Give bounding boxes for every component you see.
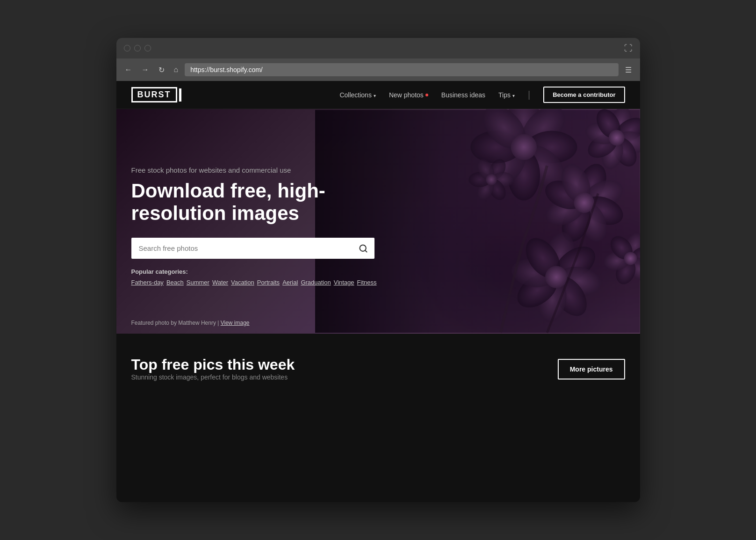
nav-link-tips[interactable]: Tips [498, 91, 515, 99]
nav-item-new-photos[interactable]: New photos [389, 91, 428, 99]
hero-credit: Featured photo by Matthew Henry | View i… [131, 320, 250, 326]
forward-button[interactable]: → [139, 64, 152, 76]
browser-toolbar: ← → ↻ ⌂ ☰ [116, 58, 640, 81]
nav-item-contributor[interactable]: Become a contributor [543, 87, 625, 103]
nav-item-business-ideas[interactable]: Business ideas [441, 91, 485, 99]
search-icon [359, 244, 368, 253]
hamburger-icon: ☰ [625, 66, 632, 74]
nav-link-new-photos[interactable]: New photos [389, 91, 428, 99]
popular-label: Popular categories: [131, 268, 393, 275]
address-bar[interactable] [185, 63, 618, 76]
bottom-header: Top free pics this week Stunning stock i… [131, 356, 625, 381]
svg-line-53 [365, 250, 367, 252]
popular-categories: Popular categories: Fathers-day Beach Su… [131, 268, 393, 286]
view-image-link[interactable]: View image [221, 320, 250, 326]
nav-divider: | [528, 89, 530, 100]
nav-item-tips[interactable]: Tips [498, 91, 515, 99]
back-button[interactable]: ← [122, 64, 135, 76]
nav-link-collections[interactable]: Collections [339, 91, 375, 99]
cat-link-water[interactable]: Water [212, 279, 228, 286]
cat-link-portraits[interactable]: Portraits [257, 279, 280, 286]
cat-link-summer[interactable]: Summer [187, 279, 209, 286]
search-bar [131, 238, 374, 259]
bottom-section-subtitle: Stunning stock images, perfect for blogs… [131, 373, 295, 381]
home-icon: ⌂ [174, 66, 179, 74]
nav-link-business-ideas[interactable]: Business ideas [441, 91, 485, 99]
refresh-button[interactable]: ↻ [156, 64, 167, 76]
back-icon: ← [125, 66, 132, 74]
site-logo: BURST [131, 87, 177, 102]
site-logo-wrapper[interactable]: BURST [131, 87, 181, 102]
cat-link-graduation[interactable]: Graduation [301, 279, 331, 286]
hero-content: Free stock photos for websites and comme… [131, 166, 393, 286]
nav-links: Collections New photos Business ideas [339, 87, 625, 103]
chevron-down-icon [374, 91, 376, 99]
become-contributor-button[interactable]: Become a contributor [543, 87, 625, 103]
browser-window: ⛶ ← → ↻ ⌂ ☰ BURST [116, 38, 640, 502]
bottom-header-text: Top free pics this week Stunning stock i… [131, 356, 295, 381]
website-content: BURST Collections New photos [116, 81, 640, 502]
category-links: Fathers-day Beach Summer Water Vacation … [131, 279, 393, 286]
bottom-section: Top free pics this week Stunning stock i… [116, 334, 640, 400]
cat-link-beach[interactable]: Beach [166, 279, 184, 286]
refresh-icon: ↻ [158, 66, 165, 74]
cat-link-aerial[interactable]: Aerial [282, 279, 298, 286]
browser-titlebar: ⛶ [116, 38, 640, 58]
home-button[interactable]: ⌂ [171, 64, 181, 76]
new-dot-indicator [425, 94, 428, 96]
logo-bar [179, 88, 181, 102]
traffic-light-close[interactable] [124, 45, 130, 51]
cat-link-fathers-day[interactable]: Fathers-day [131, 279, 164, 286]
traffic-light-maximize[interactable] [144, 45, 151, 51]
site-nav: BURST Collections New photos [116, 81, 640, 109]
traffic-lights [124, 45, 151, 51]
cat-link-vacation[interactable]: Vacation [231, 279, 254, 286]
bottom-section-title: Top free pics this week [131, 356, 295, 373]
hero-subtitle: Free stock photos for websites and comme… [131, 166, 393, 174]
cat-link-fitness[interactable]: Fitness [357, 279, 377, 286]
forward-icon: → [142, 66, 149, 74]
search-input[interactable] [131, 238, 352, 259]
cat-link-vintage[interactable]: Vintage [334, 279, 354, 286]
search-button[interactable] [352, 238, 374, 259]
traffic-light-minimize[interactable] [134, 45, 141, 51]
fullscreen-icon[interactable]: ⛶ [624, 44, 633, 53]
menu-button[interactable]: ☰ [622, 64, 634, 76]
nav-item-collections[interactable]: Collections [339, 91, 375, 99]
hero-title: Download free, high-resolution images [131, 180, 393, 225]
tips-chevron-down-icon [512, 91, 515, 99]
hero-section: Free stock photos for websites and comme… [116, 109, 640, 334]
more-pictures-button[interactable]: More pictures [558, 359, 625, 379]
